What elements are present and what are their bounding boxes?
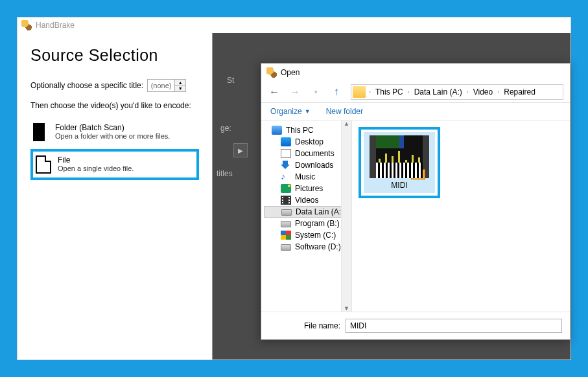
- chevron-right-icon: ›: [367, 89, 373, 95]
- tree-item-label: System (C:): [295, 231, 336, 240]
- tree-item-pictures[interactable]: Pictures: [264, 183, 351, 194]
- music-icon: ♪: [281, 172, 291, 181]
- source-selection-pane: Source Selection Optionally choose a spe…: [18, 33, 212, 360]
- chevron-right-icon: ›: [465, 89, 471, 95]
- tree-item-music[interactable]: ♪Music: [264, 171, 351, 183]
- folder-option[interactable]: Folder (Batch Scan) Open a folder with o…: [30, 119, 199, 145]
- handbrake-window: HandBrake Source Selection Optionally ch…: [17, 17, 571, 360]
- tree-item-label: Videos: [295, 196, 318, 205]
- chevron-down-icon: ▼: [305, 108, 311, 115]
- file-option-text: File Open a single video file.: [58, 155, 134, 172]
- chevron-up-icon[interactable]: ▲: [175, 80, 185, 86]
- sys-icon: [281, 231, 291, 240]
- nav-back-button[interactable]: ←: [268, 86, 281, 98]
- nav-forward-button[interactable]: →: [288, 86, 301, 98]
- organize-button[interactable]: Organize ▼: [270, 107, 311, 116]
- dialog-title-bar: Open: [261, 63, 570, 82]
- breadcrumb-item[interactable]: Data Lain (A:): [412, 87, 465, 97]
- tree-item-label: Pictures: [295, 184, 323, 193]
- tree-item-label: Desktop: [295, 137, 323, 146]
- breadcrumb[interactable]: › This PC › Data Lain (A:) › Video › Rep…: [351, 84, 563, 100]
- title-spinner-value: (none): [148, 80, 175, 91]
- chevron-right-icon: ›: [406, 89, 412, 95]
- title-bar: HandBrake: [18, 17, 570, 33]
- dialog-toolbar: Organize ▼ New folder: [261, 103, 570, 120]
- codec-badge: 321: [411, 169, 425, 179]
- dialog-nav-bar: ← → ▾ ↑ › This PC › Data Lain (A:) › Vid…: [261, 82, 570, 103]
- tree-item-program-b-[interactable]: Program (B:): [264, 218, 351, 229]
- filename-label: File name:: [304, 321, 340, 330]
- folder-icon: [33, 123, 49, 141]
- drive-icon: [281, 221, 291, 227]
- title-spinner[interactable]: (none) ▲ ▼: [147, 79, 186, 92]
- file-list-pane[interactable]: 321 MIDI: [352, 120, 570, 312]
- bg-ghost-button: ▶: [233, 143, 248, 157]
- chevron-right-icon: ›: [495, 89, 501, 95]
- drive-icon: [281, 209, 292, 216]
- folder-option-title: Folder (Batch Scan): [55, 123, 170, 132]
- pc-icon: [272, 126, 282, 135]
- folder-icon: [353, 86, 366, 98]
- file-item-name: MIDI: [367, 181, 432, 190]
- bg-label-titles: titles: [217, 169, 233, 178]
- nav-up-button[interactable]: ↑: [330, 86, 343, 98]
- folder-option-desc: Open a folder with one or more files.: [55, 132, 170, 140]
- dialog-footer: File name:: [261, 312, 570, 339]
- tree-item-videos[interactable]: Videos: [264, 194, 351, 206]
- doc-icon: [281, 149, 291, 158]
- tree-item-documents[interactable]: Documents: [264, 148, 351, 159]
- file-item-highlight: 321 MIDI: [359, 127, 440, 198]
- tree-scrollbar[interactable]: ▲ ▼: [341, 120, 351, 312]
- tree-item-label: Documents: [295, 149, 335, 158]
- video-thumbnail: 321: [370, 135, 429, 178]
- tree-item-label: This PC: [286, 126, 314, 135]
- file-icon: [36, 155, 51, 174]
- new-folder-button[interactable]: New folder: [326, 107, 363, 116]
- file-option[interactable]: File Open a single video file.: [30, 149, 199, 180]
- filename-input[interactable]: [346, 319, 562, 333]
- tree-item-software-d-[interactable]: Software (D:): [264, 241, 351, 253]
- file-option-desc: Open a single video file.: [58, 165, 134, 172]
- bg-label-age: ge:: [220, 124, 231, 133]
- tree-item-label: Software (D:): [295, 242, 341, 251]
- tree-item-label: Program (B:): [295, 219, 340, 228]
- window-title: HandBrake: [36, 21, 75, 30]
- tree-item-desktop[interactable]: Desktop: [264, 136, 351, 148]
- breadcrumb-item[interactable]: This PC: [373, 87, 406, 97]
- nav-tree: This PCDesktopDocumentsDownloads♪MusicPi…: [261, 120, 352, 312]
- desk-icon: [281, 137, 291, 146]
- encode-instruction: Then choose the video(s) you'd like to e…: [30, 101, 199, 110]
- tree-item-downloads[interactable]: Downloads: [264, 159, 351, 171]
- breadcrumb-item[interactable]: Repaired: [501, 87, 538, 97]
- source-heading: Source Selection: [30, 46, 199, 65]
- handbrake-icon: [266, 67, 277, 78]
- dialog-body: This PCDesktopDocumentsDownloads♪MusicPi…: [261, 120, 570, 312]
- vid-icon: [281, 196, 291, 205]
- dialog-title: Open: [281, 68, 300, 77]
- tree-item-system-c-[interactable]: System (C:): [264, 229, 351, 241]
- file-item[interactable]: 321 MIDI: [364, 132, 435, 193]
- nav-history-dropdown[interactable]: ▾: [309, 89, 322, 95]
- tree-item-label: Data Lain (A:): [296, 207, 344, 216]
- tree-item-this-pc[interactable]: This PC: [264, 124, 351, 136]
- bg-label-stack: St: [227, 76, 234, 85]
- chevron-up-icon: ▲: [344, 120, 349, 127]
- pic-icon: [281, 184, 291, 193]
- drive-icon: [281, 244, 291, 251]
- title-chooser-label: Optionally choose a specific title:: [30, 81, 143, 90]
- file-open-dialog: Open ← → ▾ ↑ › This PC › Data Lain (A:) …: [261, 63, 570, 340]
- file-option-title: File: [58, 155, 134, 165]
- tree-item-data-lain-a-[interactable]: Data Lain (A:): [264, 206, 351, 218]
- organize-label: Organize: [270, 107, 302, 116]
- down-icon: [281, 161, 291, 170]
- chevron-down-icon: ▼: [344, 305, 349, 312]
- title-spinner-arrows[interactable]: ▲ ▼: [175, 80, 185, 91]
- folder-option-text: Folder (Batch Scan) Open a folder with o…: [55, 123, 170, 140]
- tree-item-label: Downloads: [295, 161, 333, 170]
- thumbnail-bars: [376, 148, 423, 163]
- handbrake-icon: [21, 20, 32, 30]
- breadcrumb-item[interactable]: Video: [471, 87, 495, 97]
- chevron-down-icon[interactable]: ▼: [175, 86, 185, 92]
- tree-item-label: Music: [295, 172, 315, 181]
- title-chooser-row: Optionally choose a specific title: (non…: [30, 79, 199, 92]
